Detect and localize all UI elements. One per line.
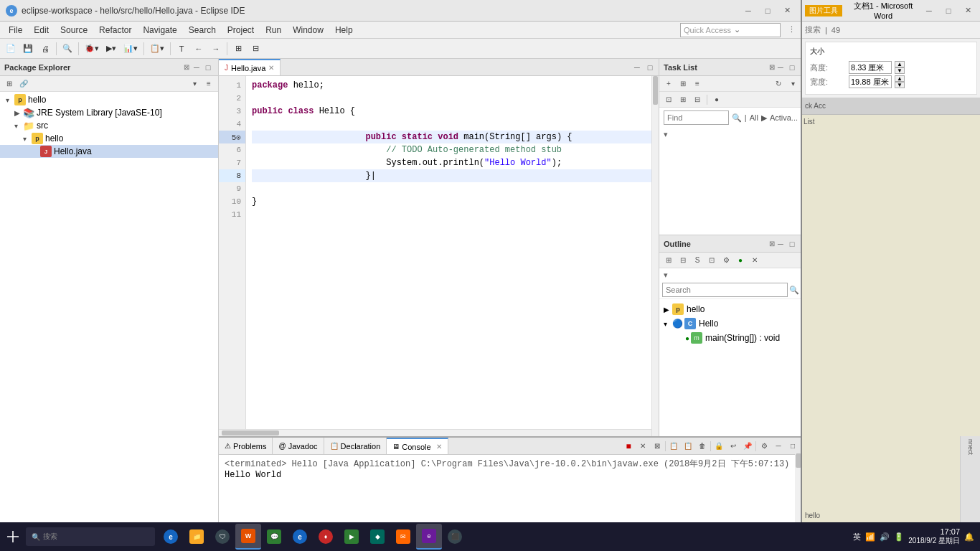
menu-help[interactable]: Help [329, 24, 359, 37]
taskbar-app4[interactable]: ✉ [390, 524, 416, 550]
editor-tab-hellojava[interactable]: J Hello.java ✕ [219, 59, 281, 75]
toolbar-search-btn[interactable]: 🔍 [60, 41, 75, 57]
taskbar-files[interactable]: 📁 [184, 524, 209, 550]
tl-group-btn[interactable]: ≡ [691, 77, 704, 90]
tab-close-icon[interactable]: ✕ [268, 64, 274, 72]
menu-project[interactable]: Project [222, 24, 260, 37]
task-list-min-btn[interactable]: ─ [775, 62, 786, 73]
ol-green-btn[interactable]: ● [734, 254, 747, 267]
console-close-btn[interactable]: ✕ [636, 440, 649, 453]
tl-btn-d[interactable]: ● [710, 93, 723, 106]
tl-refresh-btn[interactable]: ↻ [772, 77, 785, 90]
tree-item-src[interactable]: ▾ 📁 src [0, 119, 218, 132]
ol-filter-btn[interactable]: ⊡ [705, 254, 718, 267]
editor-content[interactable]: 1 2 3 4 5⊙ 6 7 8 9 10 11 [219, 76, 659, 436]
outline-item-hello-pkg[interactable]: ▶ p hello [659, 302, 802, 316]
toolbar-coverage-dropdown[interactable]: 📊▾ [121, 41, 141, 57]
menu-refactor[interactable]: Refactor [93, 24, 137, 37]
word-close-btn[interactable]: ✕ [958, 4, 977, 18]
taskbar-app1[interactable]: ♦ [313, 524, 339, 550]
editor-hscrollbar[interactable] [219, 429, 651, 436]
ol-static-btn[interactable]: S [691, 254, 704, 267]
word-height-down[interactable]: ▼ [895, 67, 905, 74]
menu-search[interactable]: Search [183, 24, 222, 37]
outline-item-hello-class[interactable]: ▾ 🔵 C Hello [659, 316, 802, 331]
ol-fields-btn[interactable]: ⊟ [677, 254, 689, 267]
task-find-input[interactable] [664, 110, 729, 125]
console-paste-btn[interactable]: 📋 [682, 440, 694, 453]
menu-navigate[interactable]: Navigate [137, 24, 182, 37]
pe-collapse-btn[interactable]: ⊞ [3, 77, 16, 90]
menu-run[interactable]: Run [260, 24, 287, 37]
taskbar-app3[interactable]: ◆ [364, 524, 390, 550]
tray-notification-icon[interactable]: 🔔 [964, 532, 974, 542]
package-explorer-max-btn[interactable]: □ [202, 62, 214, 73]
tl-view-btn[interactable]: ▾ [786, 77, 799, 90]
tl-filter-btn[interactable]: ⊞ [677, 77, 689, 90]
word-max-btn[interactable]: □ [939, 4, 958, 18]
word-height-up[interactable]: ▲ [895, 61, 905, 67]
task-list-max-btn[interactable]: □ [786, 62, 798, 73]
console-scroll-lock-btn[interactable]: 🔒 [712, 440, 725, 453]
taskbar-app2[interactable]: ▶ [339, 524, 364, 550]
taskbar-edge[interactable]: e [158, 524, 184, 550]
taskbar-start-btn[interactable] [0, 524, 26, 550]
tl-new-btn[interactable]: + [662, 77, 675, 90]
toolbar-print-btn[interactable]: 🖨 [37, 41, 53, 57]
taskbar-ie[interactable]: e [287, 524, 313, 550]
task-collapse-arrow[interactable]: ▾ [659, 128, 802, 141]
toolbar-layout-btn[interactable]: ⊟ [248, 41, 263, 57]
tl-btn-b[interactable]: ⊞ [677, 93, 689, 106]
outline-search-input[interactable] [662, 283, 788, 297]
code-content[interactable]: package hello; public class Hello { publ… [246, 76, 659, 436]
menu-edit[interactable]: Edit [28, 24, 55, 37]
word-min-btn[interactable]: ─ [920, 4, 938, 18]
task-activate-link[interactable]: Activa... [770, 113, 798, 122]
console-clear-btn[interactable]: 🗑 [696, 440, 709, 453]
word-width-input[interactable] [849, 75, 892, 88]
bottom-tab-javadoc[interactable]: @ Javadoc [273, 438, 324, 454]
quick-access-box[interactable]: Quick Access ⌄ [680, 23, 781, 37]
editor-max-btn[interactable]: □ [644, 62, 656, 73]
bottom-tab-console[interactable]: 🖥 Console ✕ [387, 438, 448, 454]
ol-cross-btn[interactable]: ✕ [748, 254, 761, 267]
taskbar-terminal[interactable]: ⬛ [442, 524, 468, 550]
tree-item-hello-root[interactable]: ▾ p hello [0, 93, 218, 106]
ol-prefs-btn[interactable]: ⚙ [720, 254, 732, 267]
ol-sort-btn[interactable]: ⊞ [662, 254, 675, 267]
tree-item-hello-pkg[interactable]: ▾ p hello [0, 132, 218, 145]
toolbar-perspective-btn[interactable]: ⊞ [230, 41, 246, 57]
outline-collapse-arrow[interactable]: ▾ [659, 268, 802, 281]
word-width-up[interactable]: ▲ [895, 75, 905, 82]
tl-btn-a[interactable]: ⊡ [662, 93, 675, 106]
toolbar-debug-dropdown[interactable]: 🐞▾ [82, 41, 102, 57]
toolbar-prev-btn[interactable]: ← [191, 41, 207, 57]
task-all-link[interactable]: All [750, 113, 758, 122]
taskbar-eclipse[interactable]: e [416, 524, 442, 550]
eclipse-maximize-btn[interactable]: □ [758, 4, 777, 18]
taskbar-search-bar[interactable]: 🔍 搜索 [26, 527, 155, 546]
menu-window[interactable]: Window [287, 24, 329, 37]
console-stop-btn[interactable]: ■ [622, 440, 635, 453]
pe-view-menu-btn[interactable]: ▾ [188, 77, 201, 90]
console-min-btn[interactable]: ─ [772, 440, 785, 453]
menu-file[interactable]: File [3, 24, 28, 37]
outline-item-main[interactable]: ● m main(String[]) : void [659, 331, 802, 345]
console-settings-btn[interactable]: ⚙ [758, 440, 771, 453]
eclipse-close-btn[interactable]: ✕ [778, 4, 796, 18]
console-max-btn[interactable]: □ [786, 440, 799, 453]
bottom-tab-problems[interactable]: ⚠ Problems [219, 438, 273, 454]
toolbar-new-btn[interactable]: 📄 [3, 41, 19, 57]
console-tab-close[interactable]: ✕ [436, 443, 442, 451]
toolbar-open-type[interactable]: T [174, 41, 189, 57]
outline-min-btn[interactable]: ─ [775, 238, 786, 250]
pe-link-btn[interactable]: 🔗 [17, 77, 30, 90]
taskbar-word[interactable]: W [235, 524, 261, 550]
toolbar-run-dropdown[interactable]: ▶▾ [103, 41, 119, 57]
package-explorer-min-btn[interactable]: ─ [191, 62, 202, 73]
console-copy-btn[interactable]: 📋 [667, 440, 680, 453]
tl-btn-c[interactable]: ⊟ [691, 93, 704, 106]
toolbar-next-btn[interactable]: → [208, 41, 224, 57]
tree-item-hellojava[interactable]: J Hello.java [0, 145, 218, 158]
eclipse-minimize-btn[interactable]: ─ [739, 4, 758, 18]
